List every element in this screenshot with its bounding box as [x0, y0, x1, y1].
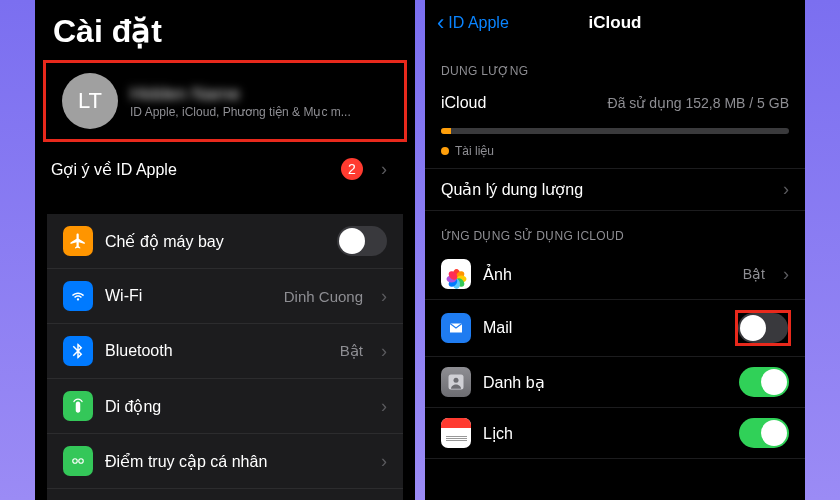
nav-title: iCloud [589, 13, 642, 33]
avatar: LT [62, 73, 118, 129]
wifi-value: Dinh Cuong [284, 288, 363, 305]
storage-bar [441, 128, 789, 134]
photos-row[interactable]: Ảnh Bật › [425, 249, 805, 300]
contacts-toggle[interactable] [739, 367, 789, 397]
legend-dot-icon [441, 147, 449, 155]
chevron-right-icon: › [381, 341, 387, 362]
mail-toggle[interactable] [738, 313, 788, 343]
profile-text: Hidden Name ID Apple, iCloud, Phương tiệ… [130, 84, 388, 119]
wifi-row[interactable]: Wi-Fi Dinh Cuong › [47, 269, 403, 324]
chevron-right-icon: › [381, 451, 387, 472]
svg-point-0 [73, 459, 78, 464]
storage-row: iCloud Đã sử dụng 152,8 MB / 5 GB [425, 84, 805, 122]
calendar-toggle[interactable] [739, 418, 789, 448]
chevron-right-icon: › [783, 179, 789, 200]
storage-legend: Tài liệu [425, 144, 805, 168]
bluetooth-value: Bật [340, 342, 363, 360]
storage-header: DUNG LƯỢNG [425, 46, 805, 84]
manage-storage-label: Quản lý dung lượng [441, 180, 765, 199]
chevron-right-icon: › [381, 286, 387, 307]
calendar-row[interactable]: Lịch [425, 408, 805, 459]
profile-subtitle: ID Apple, iCloud, Phương tiện & Mục m... [130, 105, 388, 119]
cellular-label: Di động [105, 397, 363, 416]
contacts-icon [441, 367, 471, 397]
mail-row[interactable]: Mail [425, 300, 805, 357]
storage-usage: Đã sử dụng 152,8 MB / 5 GB [608, 95, 789, 111]
vpn-row[interactable]: VPN VPN [47, 489, 403, 500]
wifi-icon [63, 281, 93, 311]
cellular-icon [63, 391, 93, 421]
mail-icon [441, 313, 471, 343]
icloud-screen: ‹ ID Apple iCloud DUNG LƯỢNG iCloud Đã s… [425, 0, 805, 500]
hotspot-icon [63, 446, 93, 476]
cellular-row[interactable]: Di động › [47, 379, 403, 434]
photos-label: Ảnh [483, 265, 731, 284]
airplane-toggle[interactable] [337, 226, 387, 256]
chevron-right-icon: › [381, 159, 387, 180]
bluetooth-row[interactable]: Bluetooth Bật › [47, 324, 403, 379]
suggestion-label: Gợi ý về ID Apple [51, 160, 329, 179]
bluetooth-icon [63, 336, 93, 366]
photos-icon [441, 259, 471, 289]
legend-label: Tài liệu [455, 144, 494, 158]
contacts-row[interactable]: Danh bạ [425, 357, 805, 408]
mail-label: Mail [483, 319, 723, 337]
photos-value: Bật [743, 266, 765, 282]
nav-bar: ‹ ID Apple iCloud [425, 0, 805, 46]
notification-badge: 2 [341, 158, 363, 180]
svg-point-1 [79, 459, 84, 464]
airplane-icon [63, 226, 93, 256]
manage-storage-row[interactable]: Quản lý dung lượng › [425, 168, 805, 211]
wifi-label: Wi-Fi [105, 287, 272, 305]
back-label: ID Apple [448, 14, 508, 32]
storage-fill [441, 128, 451, 134]
bluetooth-label: Bluetooth [105, 342, 328, 360]
chevron-left-icon: ‹ [437, 10, 444, 36]
chevron-right-icon: › [783, 264, 789, 285]
profile-row[interactable]: LT Hidden Name ID Apple, iCloud, Phương … [43, 60, 407, 142]
calendar-label: Lịch [483, 424, 727, 443]
settings-screen: Cài đặt LT Hidden Name ID Apple, iCloud,… [35, 0, 415, 500]
svg-point-3 [454, 378, 459, 383]
mail-toggle-highlight [735, 310, 791, 346]
apple-id-suggestion-row[interactable]: Gợi ý về ID Apple 2 › [47, 146, 403, 192]
contacts-label: Danh bạ [483, 373, 727, 392]
airplane-label: Chế độ máy bay [105, 232, 325, 251]
hotspot-row[interactable]: Điểm truy cập cá nhân › [47, 434, 403, 489]
storage-label: iCloud [441, 94, 596, 112]
hotspot-label: Điểm truy cập cá nhân [105, 452, 363, 471]
calendar-icon [441, 418, 471, 448]
page-title: Cài đặt [35, 0, 415, 60]
chevron-right-icon: › [381, 396, 387, 417]
airplane-mode-row[interactable]: Chế độ máy bay [47, 214, 403, 269]
profile-name: Hidden Name [130, 84, 388, 105]
back-button[interactable]: ‹ ID Apple [437, 10, 509, 36]
apps-header: ỨNG DỤNG SỬ DỤNG ICLOUD [425, 211, 805, 249]
